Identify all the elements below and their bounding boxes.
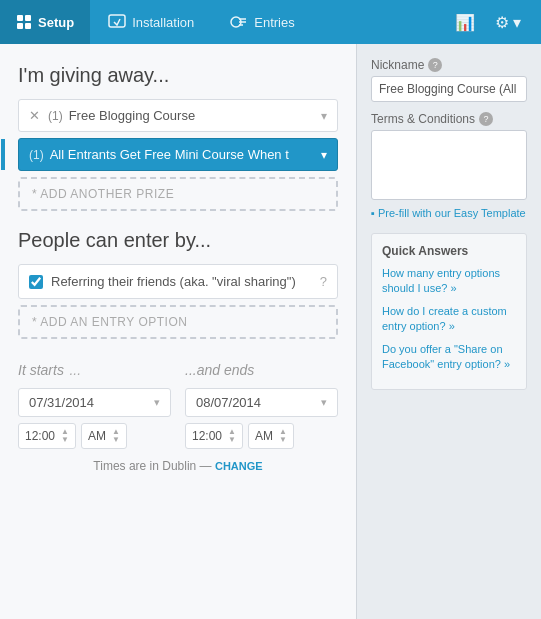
down-icon[interactable]: ▼ — [112, 436, 120, 444]
down-icon[interactable]: ▼ — [61, 436, 69, 444]
analytics-button[interactable]: 📊 — [447, 9, 483, 36]
down-icon[interactable]: ▼ — [228, 436, 236, 444]
end-time-input[interactable]: 12:00 ▲ ▼ — [185, 423, 243, 449]
installation-tab[interactable]: Installation — [90, 0, 212, 44]
nickname-help-icon[interactable]: ? — [428, 58, 442, 72]
svg-rect-1 — [25, 15, 31, 21]
terms-textarea[interactable] — [371, 130, 527, 200]
template-link[interactable]: ▪ Pre-fill with our Easy Template — [371, 207, 527, 219]
end-date-col: ...and ends 08/07/2014 ▾ 12:00 ▲ ▼ — [185, 357, 338, 449]
svg-rect-0 — [17, 15, 23, 21]
svg-rect-2 — [17, 23, 23, 29]
add-prize-button[interactable]: * ADD ANOTHER PRIZE — [18, 177, 338, 211]
start-date-col: It starts ... 07/31/2014 ▾ 12:00 ▲ ▼ — [18, 357, 171, 449]
ends-label: ...and ends — [185, 357, 338, 380]
change-timezone-link[interactable]: CHANGE — [215, 460, 263, 472]
start-time-spinner[interactable]: ▲ ▼ — [61, 428, 69, 444]
start-time-value: 12:00 — [25, 429, 55, 443]
prize2-label: All Entrants Get Free Mini Course When t — [50, 147, 321, 162]
end-time-spinner[interactable]: ▲ ▼ — [228, 428, 236, 444]
entry1-label: Referring their friends (aka. "viral sha… — [51, 274, 312, 289]
start-time-input[interactable]: 12:00 ▲ ▼ — [18, 423, 76, 449]
timezone-row: Times are in Dublin — CHANGE — [18, 459, 338, 473]
end-ampm-spinner[interactable]: ▲ ▼ — [279, 428, 287, 444]
entry-item-1: Referring their friends (aka. "viral sha… — [18, 264, 338, 299]
nav-right-actions: 📊 ⚙ ▾ — [447, 9, 541, 36]
end-date-value: 08/07/2014 — [196, 395, 261, 410]
right-panel: Nickname ? Terms & Conditions ? ▪ Pre-fi… — [356, 44, 541, 619]
nickname-field-label: Nickname ? — [371, 58, 527, 72]
start-date-picker[interactable]: 07/31/2014 ▾ — [18, 388, 171, 417]
prize2-number: (1) — [29, 148, 44, 162]
start-ampm-input[interactable]: AM ▲ ▼ — [81, 423, 127, 449]
remove-prize-1-button[interactable]: ✕ — [29, 108, 40, 123]
prize1-label: Free Blogging Course — [69, 108, 321, 123]
start-date-caret-icon: ▾ — [154, 396, 160, 409]
start-ampm-value: AM — [88, 429, 106, 443]
entries-label: Entries — [254, 15, 294, 30]
start-date-value: 07/31/2014 — [29, 395, 94, 410]
add-entry-button[interactable]: * ADD AN ENTRY OPTION — [18, 305, 338, 339]
main-layout: I'm giving away... ✕ (1) Free Blogging C… — [0, 44, 541, 619]
qa-link-2[interactable]: How do I create a custom entry option? » — [382, 304, 516, 335]
prize2-chevron-icon: ▾ — [321, 148, 327, 162]
end-date-picker[interactable]: 08/07/2014 ▾ — [185, 388, 338, 417]
end-time-row: 12:00 ▲ ▼ AM ▲ ▼ — [185, 423, 338, 449]
entries-icon — [230, 14, 248, 30]
svg-rect-3 — [25, 23, 31, 29]
top-navigation: Setup Installation Entries 📊 ⚙ ▾ — [0, 0, 541, 44]
quick-answers-title: Quick Answers — [382, 244, 516, 258]
date-row: It starts ... 07/31/2014 ▾ 12:00 ▲ ▼ — [18, 357, 338, 449]
prize1-chevron-icon: ▾ — [321, 109, 327, 123]
end-time-value: 12:00 — [192, 429, 222, 443]
left-panel: I'm giving away... ✕ (1) Free Blogging C… — [0, 44, 356, 619]
prize1-number: (1) — [48, 109, 63, 123]
settings-button[interactable]: ⚙ ▾ — [487, 9, 529, 36]
qa-link-1[interactable]: How many entry options should I use? » — [382, 266, 516, 297]
entry1-help-icon[interactable]: ? — [320, 274, 327, 289]
start-ampm-spinner[interactable]: ▲ ▼ — [112, 428, 120, 444]
entry1-checkbox[interactable] — [29, 275, 43, 289]
setup-tab[interactable]: Setup — [0, 0, 90, 44]
end-date-caret-icon: ▾ — [321, 396, 327, 409]
end-ampm-value: AM — [255, 429, 273, 443]
entries-tab[interactable]: Entries — [212, 0, 312, 44]
setup-label: Setup — [38, 15, 74, 30]
prize-item-1[interactable]: ✕ (1) Free Blogging Course ▾ — [18, 99, 338, 132]
giving-title: I'm giving away... — [18, 64, 338, 87]
nickname-input[interactable] — [371, 76, 527, 102]
installation-label: Installation — [132, 15, 194, 30]
entry-title: People can enter by... — [18, 229, 338, 252]
prize-item-2[interactable]: (1) All Entrants Get Free Mini Course Wh… — [18, 138, 338, 171]
end-ampm-input[interactable]: AM ▲ ▼ — [248, 423, 294, 449]
start-time-row: 12:00 ▲ ▼ AM ▲ ▼ — [18, 423, 171, 449]
terms-field-label: Terms & Conditions ? — [371, 112, 527, 126]
terms-help-icon[interactable]: ? — [479, 112, 493, 126]
timezone-text: Times are in Dublin — — [93, 459, 211, 473]
qa-link-3[interactable]: Do you offer a "Share on Facebook" entry… — [382, 342, 516, 373]
starts-label: It starts ... — [18, 357, 171, 380]
down-icon[interactable]: ▼ — [279, 436, 287, 444]
installation-icon — [108, 14, 126, 30]
quick-answers-box: Quick Answers How many entry options sho… — [371, 233, 527, 390]
setup-icon — [16, 14, 32, 30]
